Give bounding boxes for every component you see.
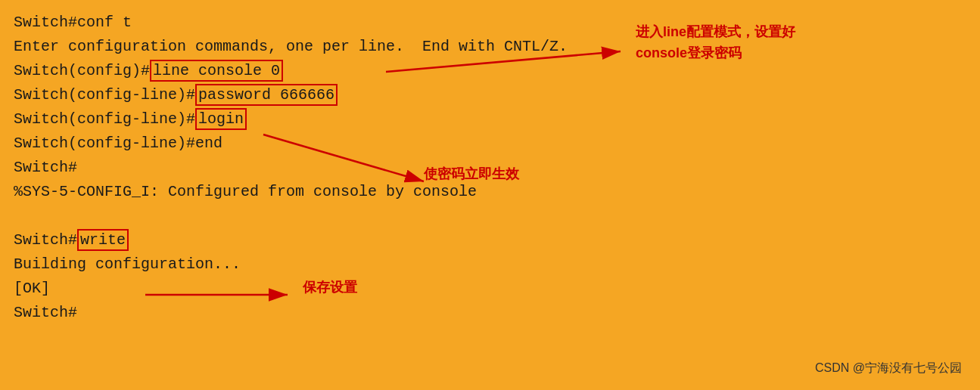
annotation-write: 保存设置: [303, 278, 357, 296]
annotation-line-config-1: 进入line配置模式，设置好: [636, 23, 795, 41]
line10-prefix: Switch#: [14, 231, 77, 249]
watermark: CSDN @宁海没有七号公园: [815, 361, 962, 376]
line5-prefix: Switch(config-line)#: [14, 110, 195, 128]
terminal-line-10: Switch#write: [14, 228, 966, 252]
terminal-line-11: Building configuration...: [14, 252, 966, 277]
terminal-line-2: Enter configuration commands, one per li…: [14, 35, 966, 59]
annotation-line-config-2: console登录密码: [636, 44, 742, 62]
line5-highlight: login: [195, 108, 247, 130]
terminal-line-9: [14, 204, 966, 228]
line4-highlight: password 666666: [195, 84, 338, 106]
line3-highlight: line console 0: [150, 60, 283, 82]
line3-prefix: Switch(config)#: [14, 62, 150, 79]
line10-highlight: write: [77, 229, 129, 251]
terminal-line-4: Switch(config-line)#password 666666: [14, 83, 966, 107]
line4-prefix: Switch(config-line)#: [14, 86, 195, 104]
terminal-line-12: [OK]: [14, 277, 966, 301]
terminal-line-3: Switch(config)#line console 0: [14, 59, 966, 83]
terminal-line-5: Switch(config-line)#login: [14, 107, 966, 132]
terminal-line-13: Switch#: [14, 301, 966, 325]
terminal-line-1: Switch#conf t: [14, 11, 966, 35]
terminal-line-6: Switch(config-line)#end: [14, 132, 966, 156]
annotation-login: 使密码立即生效: [424, 165, 519, 183]
terminal-line-8: %SYS-5-CONFIG_I: Configured from console…: [14, 180, 966, 204]
